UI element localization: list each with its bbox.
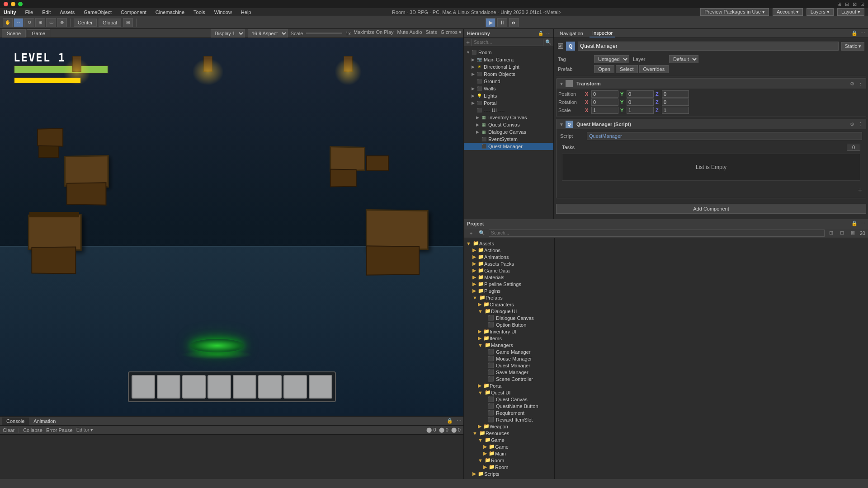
tab-game[interactable]: Game [27, 29, 50, 38]
scale-z-input[interactable] [662, 107, 689, 114]
transform-component-header[interactable]: ▼ Transform ⚙ ⋮ [557, 79, 866, 89]
tab-console[interactable]: Console [2, 418, 29, 425]
display-selector[interactable]: Display 1 [211, 29, 245, 38]
collapse-button[interactable]: Collapse [23, 427, 42, 433]
project-filter-icon[interactable]: ⊠ [849, 229, 857, 237]
object-name-input[interactable] [578, 42, 839, 51]
menu-assets[interactable]: Assets [58, 9, 76, 15]
project-item-weapon[interactable]: ▶ 📁 Weapon [464, 423, 554, 430]
hierarchy-item-quest-canvas[interactable]: ▶ ▦ Quest Canvas [464, 121, 553, 128]
window-close-button[interactable] [4, 2, 8, 6]
clear-button[interactable]: Clear [3, 427, 14, 433]
hierarchy-item-room[interactable]: ▼ ⬛ Room [464, 49, 553, 56]
hierarchy-item-inventory-canvas[interactable]: ▶ ▦ Inventory Canvas [464, 114, 553, 121]
tool-transform[interactable]: ⊕ [57, 18, 67, 27]
inv-slot-3[interactable] [182, 375, 206, 399]
project-item-pipeline[interactable]: ▶ 📁 Pipeline Settings [464, 281, 554, 287]
project-grid-icon[interactable]: ⊞ [827, 229, 835, 237]
object-static-button[interactable]: Static ▾ [841, 42, 864, 51]
prefab-select-button[interactable]: Select [616, 65, 638, 73]
maximize-on-play-btn[interactable]: Maximize On Play [354, 29, 394, 38]
menu-component[interactable]: Component [119, 9, 148, 15]
editor-button[interactable]: Editor ▾ [76, 427, 94, 433]
position-y-input[interactable] [627, 90, 654, 98]
tag-dropdown[interactable]: Untagged [594, 55, 629, 63]
project-item-game-res[interactable]: ▼ 📁 Game [464, 436, 554, 443]
transform-dots-icon[interactable]: ⋮ [858, 81, 863, 87]
project-item-animations[interactable]: ▶ 📁 Animations [464, 253, 554, 260]
inv-slot-4[interactable] [208, 375, 231, 399]
rotation-x-input[interactable] [591, 99, 618, 106]
nav-tab-inspector[interactable]: Inspector [590, 29, 615, 38]
project-item-quest-ui[interactable]: ▼ 📁 Quest UI [464, 389, 554, 396]
project-item-managers[interactable]: ▼ 📁 Managers [464, 342, 554, 348]
project-lock-icon[interactable]: 🔒 [851, 221, 858, 226]
nav-tab-navigation[interactable]: Navigation [557, 30, 586, 37]
inv-slot-2[interactable] [157, 375, 180, 399]
tool-move[interactable]: ↔ [14, 18, 24, 27]
hierarchy-item-portal[interactable]: ▶ ⬛ Portal [464, 99, 553, 107]
tool-hand[interactable]: ✋ [3, 18, 13, 27]
quest-manager-component-header[interactable]: ▼ Q Quest Manager (Script) ⚙ ⋮ [557, 119, 866, 129]
project-item-dialogue-ui[interactable]: ▼ 📁 Dialogue UI [464, 308, 554, 314]
project-item-resources[interactable]: ▼ 📁 Resources [464, 430, 554, 436]
prefab-open-button[interactable]: Open [594, 65, 614, 73]
menu-tools[interactable]: Tools [192, 9, 207, 15]
project-item-game-data[interactable]: ▶ 📁 Game Data [464, 267, 554, 274]
menu-gameobject[interactable]: GameObject [82, 9, 113, 15]
hierarchy-item-dialogue-canvas[interactable]: ▶ ▦ Dialogue Canvas [464, 128, 553, 136]
scale-x-input[interactable] [591, 107, 618, 114]
preview-packages-button[interactable]: Preview Packages in Use ▾ [700, 8, 769, 16]
project-item-game-manager[interactable]: ⬛ Game Manager [464, 348, 554, 355]
project-item-quest-canvas-pref[interactable]: ⬛ Quest Canvas [464, 396, 554, 403]
hierarchy-item-lights[interactable]: ▶ 💡 Lights [464, 92, 553, 99]
hierarchy-item-main-camera[interactable]: ▶ 📷 Main Camera [464, 56, 553, 63]
questmgr-settings-icon[interactable]: ⚙ [850, 122, 854, 127]
project-item-room-sub[interactable]: ▶ 📁 Room [464, 464, 554, 470]
project-add-button[interactable]: + [467, 229, 475, 237]
step-button[interactable]: ⏭ [509, 18, 519, 27]
layer-dropdown[interactable]: Default [669, 55, 698, 63]
project-dots-icon[interactable]: ⋯ [860, 221, 865, 226]
menu-file[interactable]: File [24, 9, 35, 15]
questmgr-dots-icon[interactable]: ⋮ [858, 122, 863, 127]
hierarchy-item-ui-group[interactable]: ⬛ ---- UI ---- [464, 107, 553, 114]
project-item-portal-folder[interactable]: ▶ 📁 Portal [464, 382, 554, 389]
object-active-checkbox[interactable]: ✓ [558, 43, 563, 49]
project-item-scripts[interactable]: ▶ 📁 Scripts [464, 470, 554, 477]
mute-audio-btn[interactable]: Mute Audio [397, 29, 422, 38]
scale-slider[interactable] [306, 33, 342, 34]
stats-btn[interactable]: Stats [426, 29, 437, 38]
window-maximize-button[interactable] [18, 2, 23, 6]
project-item-materials[interactable]: ▶ 📁 Materials [464, 274, 554, 281]
bottom-panel-lock[interactable]: 🔒 [447, 418, 453, 424]
project-item-main-res[interactable]: ▶ 📁 Main [464, 450, 554, 457]
project-item-inventory-ui[interactable]: ▶ 📁 Inventory UI [464, 328, 554, 335]
inspector-dots-icon[interactable]: ⋯ [860, 30, 865, 36]
hierarchy-lock-icon[interactable]: 🔒 [538, 31, 543, 36]
inv-slot-8[interactable] [309, 375, 332, 399]
project-item-scene-controller[interactable]: ⬛ Scene Controller [464, 375, 554, 382]
project-item-quest-manager-pref[interactable]: ⬛ Quest Manager [464, 362, 554, 369]
layers-button[interactable]: Layers ▾ [807, 8, 834, 16]
error-pause-button[interactable]: Error Pause [46, 427, 73, 433]
list-add-button[interactable]: + [858, 186, 862, 194]
project-sort-icon[interactable]: ⊟ [838, 229, 846, 237]
gizmos-btn[interactable]: Gizmos ▾ [441, 29, 462, 38]
tool-rotate[interactable]: ↻ [24, 18, 34, 27]
hierarchy-item-ground[interactable]: ⬛ Ground [464, 78, 553, 85]
window-minimize-button[interactable] [11, 2, 15, 6]
transform-settings-icon[interactable]: ⚙ [850, 81, 854, 87]
global-button[interactable]: Global [99, 19, 121, 27]
tool-grid[interactable]: ⊞ [123, 18, 133, 27]
project-item-dialogue-canvas-pref[interactable]: ⬛ Dialogue Canvas [464, 314, 554, 321]
menu-window[interactable]: Window [212, 9, 234, 15]
project-item-items[interactable]: ▶ 📁 Items [464, 335, 554, 342]
add-component-button[interactable]: Add Component [556, 204, 866, 214]
account-button[interactable]: Account ▾ [773, 8, 803, 16]
inspector-lock-icon[interactable]: 🔒 [851, 30, 858, 36]
inv-slot-5[interactable] [233, 375, 256, 399]
project-item-plugins[interactable]: ▶ 📁 Plugins [464, 287, 554, 294]
hierarchy-search-input[interactable] [472, 39, 543, 46]
bottom-panel-dots[interactable]: ⋯ [457, 418, 462, 424]
